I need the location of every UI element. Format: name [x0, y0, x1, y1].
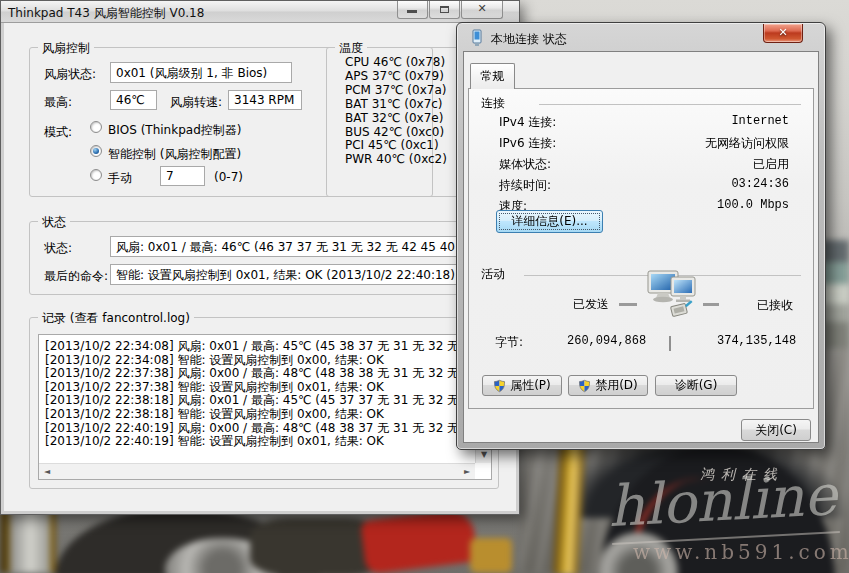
- network-computers-icon: [646, 269, 700, 324]
- mode-label: 模式:: [44, 124, 72, 141]
- general-tab-panel: 连接 IPv4 连接: Internet IPv6 连接: 无网络访问权限 媒体…: [468, 88, 814, 409]
- ipv6-label: IPv6 连接:: [499, 135, 556, 152]
- close-button[interactable]: ✕: [461, 1, 503, 19]
- fan-speed-label: 风扇转速:: [170, 94, 222, 111]
- network-connection-icon: [469, 29, 485, 50]
- media-state-label: 媒体状态:: [499, 156, 551, 173]
- temp-item: PCI 45℃ (0xc1): [345, 139, 447, 153]
- status-field[interactable]: 风扇: 0x01 / 最高: 46℃ (46 37 37 无 31 无 32 无…: [110, 236, 494, 257]
- connection-section-label: 连接: [481, 95, 505, 112]
- minimize-button[interactable]: [397, 1, 428, 19]
- log-horizontal-scrollbar[interactable]: ◄ ►: [39, 463, 475, 479]
- view-log-link[interactable]: (查看 fancontrol.log): [70, 311, 190, 325]
- media-state-value: 已启用: [753, 156, 789, 173]
- activity-section-label: 活动: [481, 266, 505, 283]
- close-icon: ✕: [462, 1, 502, 18]
- fan-control-group-title: 风扇控制: [38, 40, 94, 57]
- fan-speed-field[interactable]: 3143 RPM: [228, 90, 302, 110]
- fan-window-title: Thinkpad T43 风扇智能控制 V0.18: [8, 5, 204, 22]
- log-line: [2013/10/2 22:38:18] 风扇: 0x01 / 最高: 45℃ …: [45, 394, 474, 408]
- log-line: [2013/10/2 22:38:18] 智能: 设置风扇控制到 0x00, 结…: [45, 408, 474, 422]
- local-connection-status-dialog: 本地连接 状态 ✕ 常规 连接 IPv4 连接: Internet IPv6 连…: [456, 22, 826, 450]
- fan-window-titlebar[interactable]: Thinkpad T43 风扇智能控制 V0.18 ✕: [1, 1, 519, 23]
- diagnose-button[interactable]: 诊断(G): [655, 375, 737, 396]
- ipv6-value: 无网络访问权限: [705, 135, 789, 152]
- radio-manual[interactable]: [90, 169, 102, 181]
- maximize-icon: [440, 6, 449, 13]
- dialog-close-button[interactable]: ✕: [763, 24, 803, 43]
- manual-range-hint: (0-7): [214, 170, 243, 184]
- temp-item: PWR 40℃ (0xc2): [345, 153, 447, 167]
- sent-dash: [619, 303, 637, 306]
- log-textarea[interactable]: [2013/10/2 22:34:08] 风扇: 0x01 / 最高: 45℃ …: [38, 334, 492, 480]
- fan-control-window: Thinkpad T43 风扇智能控制 V0.18 ✕ 风扇控制 风扇状态: 0…: [0, 0, 520, 515]
- speed-value: 100.0 Mbps: [717, 198, 789, 212]
- log-line: [2013/10/2 22:37:38] 风扇: 0x00 / 最高: 48℃ …: [45, 367, 474, 381]
- details-button[interactable]: 详细信息(E)...: [496, 210, 603, 233]
- log-group-title: 记录 (查看 fancontrol.log): [38, 310, 194, 327]
- received-label: 已接收: [757, 297, 793, 314]
- temp-item: CPU 46℃ (0x78): [345, 56, 447, 70]
- tab-general[interactable]: 常规: [470, 63, 515, 89]
- status-group-title: 状态: [38, 214, 70, 231]
- log-line: [2013/10/2 22:34:08] 风扇: 0x01 / 最高: 45℃ …: [45, 340, 474, 354]
- last-command-label: 最后的命令:: [44, 268, 108, 285]
- fan-state-label: 风扇状态:: [44, 66, 96, 83]
- received-dash: [703, 303, 719, 306]
- disable-button-label: 禁用(D): [595, 377, 638, 394]
- properties-button-label: 属性(P): [510, 377, 551, 394]
- log-line: [2013/10/2 22:37:38] 智能: 设置风扇控制到 0x01, 结…: [45, 381, 474, 395]
- maximize-button[interactable]: [429, 1, 460, 19]
- minimize-icon: [407, 10, 417, 13]
- ipv4-label: IPv4 连接:: [499, 114, 556, 131]
- bytes-divider: [669, 336, 671, 351]
- temp-item: APS 37℃ (0x79): [345, 70, 447, 84]
- close-icon: ✕: [778, 26, 787, 39]
- duration-label: 持续时间:: [499, 177, 551, 194]
- diagnose-button-label: 诊断(G): [675, 377, 718, 394]
- radio-smart-label: 智能控制 (风扇控制配置): [108, 146, 241, 163]
- radio-bios[interactable]: [90, 121, 102, 133]
- received-bytes-value: 374,135,148: [717, 334, 783, 348]
- sent-bytes-value: 260,094,868: [567, 334, 641, 348]
- log-line: [2013/10/2 22:40:19] 智能: 设置风扇控制到 0x01, 结…: [45, 435, 474, 449]
- ipv4-value: Internet: [731, 114, 789, 128]
- log-group: 记录 (查看 fancontrol.log) [2013/10/2 22:34:…: [29, 317, 499, 489]
- uac-shield-icon: [493, 379, 506, 393]
- status-group: 状态 状态: 风扇: 0x01 / 最高: 46℃ (46 37 37 无 31…: [29, 221, 499, 295]
- close-dialog-button[interactable]: 关闭(C): [741, 419, 811, 441]
- last-command-field[interactable]: 智能: 设置风扇控制到 0x01, 结果: OK (2013/10/2 22:4…: [110, 264, 494, 285]
- radio-manual-label: 手动: [108, 170, 132, 187]
- log-title-text: 记录: [42, 311, 66, 325]
- dialog-title: 本地连接 状态: [491, 31, 567, 48]
- scroll-right-icon[interactable]: ►: [459, 464, 475, 480]
- radio-bios-label: BIOS (Thinkpad控制器): [108, 122, 241, 139]
- close-dialog-button-label: 关闭(C): [755, 422, 797, 439]
- temp-item: BAT 32℃ (0x7e): [345, 112, 447, 126]
- max-temp-label: 最高:: [44, 94, 72, 111]
- dialog-titlebar[interactable]: 本地连接 状态 ✕: [457, 23, 825, 51]
- log-line: [2013/10/2 22:34:08] 智能: 设置风扇控制到 0x00, 结…: [45, 354, 474, 368]
- temp-item: PCM 37℃ (0x7a): [345, 84, 447, 98]
- fan-state-field[interactable]: 0x01 (风扇级别 1, 非 Bios): [110, 62, 292, 83]
- temp-item: BUS 42℃ (0xc0): [345, 126, 447, 140]
- bytes-label: 字节:: [495, 334, 523, 351]
- radio-smart[interactable]: [90, 145, 102, 157]
- section-divider: [539, 104, 801, 105]
- scroll-left-icon[interactable]: ◄: [39, 464, 55, 480]
- sent-label: 已发送: [573, 296, 609, 313]
- status-label: 状态:: [44, 240, 72, 257]
- uac-shield-icon: [578, 379, 591, 393]
- manual-level-input[interactable]: 7: [160, 166, 205, 186]
- disable-button[interactable]: 禁用(D): [568, 375, 648, 396]
- temp-item: BAT 31℃ (0x7c): [345, 98, 447, 112]
- max-temp-field[interactable]: 46℃: [110, 90, 157, 110]
- log-line: [2013/10/2 22:40:19] 风扇: 0x00 / 最高: 48℃ …: [45, 422, 474, 436]
- properties-button[interactable]: 属性(P): [482, 375, 562, 396]
- duration-value: 03:24:36: [731, 177, 789, 191]
